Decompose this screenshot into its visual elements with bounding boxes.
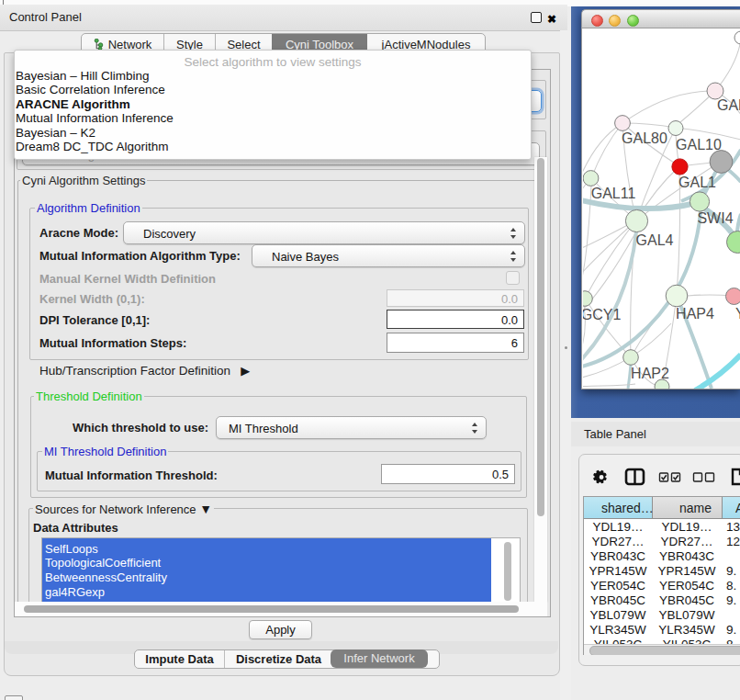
svg-text:GAL80: GAL80	[622, 130, 667, 146]
svg-text:GAL7: GAL7	[717, 97, 740, 113]
svg-text:GAL11: GAL11	[591, 186, 636, 201]
svg-text:GAL10: GAL10	[676, 137, 722, 152]
svg-text:GAL1: GAL1	[678, 175, 716, 190]
svg-text:GCY1: GCY1	[583, 307, 621, 322]
svg-text:SWI4: SWI4	[697, 210, 733, 226]
svg-text:HAP4: HAP4	[676, 306, 714, 322]
svg-text:GAL4: GAL4	[636, 232, 674, 248]
svg-text:HAP2: HAP2	[631, 366, 669, 381]
svg-text:Y: Y	[735, 306, 740, 322]
